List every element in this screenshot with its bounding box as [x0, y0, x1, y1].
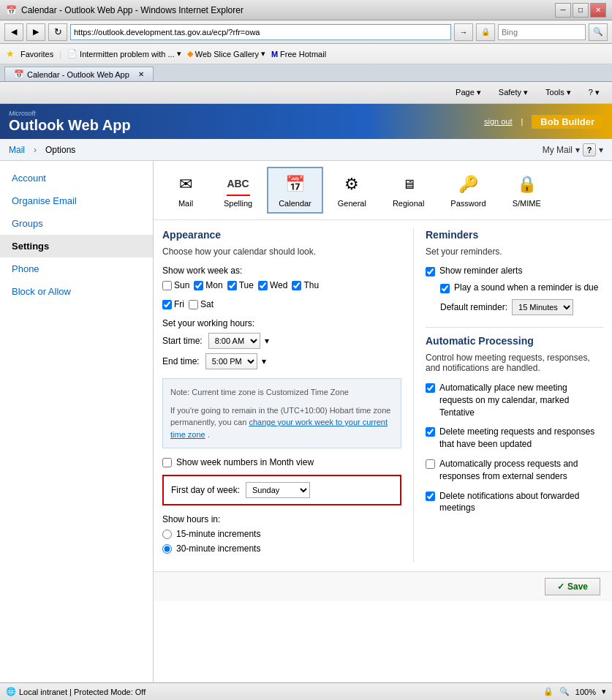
- fav-icon-1: 📄: [67, 49, 78, 59]
- help-button[interactable]: ? ▾: [582, 86, 606, 99]
- play-sound-row[interactable]: Play a sound when a reminder is due: [440, 282, 603, 293]
- auto-proc-item-2[interactable]: Automatically process requests and respo…: [426, 458, 603, 483]
- icon-btn-password[interactable]: 🔑 Password: [439, 167, 497, 214]
- play-sound-checkbox[interactable]: [440, 284, 450, 293]
- icon-btn-regional[interactable]: 🖥 Regional: [381, 167, 436, 214]
- icon-btn-mail[interactable]: ✉ Mail: [162, 167, 209, 214]
- safety-button[interactable]: Safety ▾: [492, 86, 534, 99]
- breadcrumb-mail[interactable]: Mail: [9, 145, 25, 155]
- day-sun-checkbox[interactable]: [162, 281, 172, 290]
- first-day-label: First day of week:: [171, 485, 240, 495]
- end-time-select[interactable]: 5:00 PM: [205, 353, 257, 369]
- favorites-item-hotmail[interactable]: M Free Hotmail: [271, 50, 326, 59]
- close-button[interactable]: ✕: [590, 3, 606, 18]
- start-time-select[interactable]: 8:00 AM: [208, 333, 260, 349]
- default-reminder-select[interactable]: 15 Minutes 5 Minutes 10 Minutes 30 Minut…: [512, 299, 573, 315]
- forward-button[interactable]: ▶: [26, 23, 45, 41]
- help-button[interactable]: ?: [583, 143, 596, 157]
- user-name: Bob Builder: [532, 115, 603, 129]
- cert-button[interactable]: 🔒: [476, 23, 495, 41]
- minimize-button[interactable]: ─: [555, 3, 571, 18]
- mail-icon: ✉: [174, 173, 197, 196]
- auto-proc-item-1[interactable]: Delete meeting requests and responses th…: [426, 426, 603, 451]
- day-tue-checkbox[interactable]: [227, 281, 237, 290]
- zoom-level: 100%: [575, 688, 596, 696]
- show-hours-section: Show hours in: 15-minute increments 30-m…: [162, 514, 401, 554]
- regional-icon: 🖥: [397, 173, 420, 196]
- favorites-label[interactable]: Favorites: [20, 50, 53, 59]
- icon-toolbar: ✉ Mail ABC Spelling 📅 Calendar ⚙ General…: [154, 161, 612, 220]
- sign-out-button[interactable]: sign out: [484, 117, 513, 126]
- auto-proc-checkbox-2[interactable]: [426, 459, 435, 469]
- status-bar: 🌐 Local intranet | Protected Mode: Off 🔒…: [0, 682, 612, 700]
- working-hours-label: Set your working hours:: [162, 318, 401, 328]
- search-input[interactable]: [498, 24, 586, 40]
- sidebar-item-account[interactable]: Account: [0, 167, 153, 189]
- radio-15min[interactable]: 15-minute increments: [162, 529, 401, 539]
- day-tue-check[interactable]: Tue: [227, 280, 254, 290]
- first-day-select[interactable]: Sunday Monday Tuesday Wednesday Thursday…: [246, 482, 310, 498]
- refresh-button[interactable]: ↻: [48, 23, 67, 41]
- day-sat-check[interactable]: Sat: [189, 299, 214, 309]
- day-sun-check[interactable]: Sun: [162, 280, 189, 290]
- content-area: ✉ Mail ABC Spelling 📅 Calendar ⚙ General…: [154, 161, 612, 682]
- day-wed-check[interactable]: Wed: [258, 280, 287, 290]
- browser-tab[interactable]: 📅 Calendar - Outlook Web App ✕: [4, 67, 154, 81]
- icon-btn-general[interactable]: ⚙ General: [326, 167, 378, 214]
- day-thu-checkbox[interactable]: [292, 281, 301, 290]
- go-button[interactable]: →: [454, 23, 473, 41]
- auto-proc-checkbox-0[interactable]: [426, 383, 435, 393]
- back-button[interactable]: ◀: [4, 23, 23, 41]
- day-mon-checkbox[interactable]: [194, 281, 203, 290]
- favorites-item-webslice[interactable]: ◆ Web Slice Gallery ▾: [187, 49, 265, 59]
- icon-btn-smime[interactable]: 🔒 S/MIME: [501, 167, 553, 214]
- day-fri-checkbox[interactable]: [162, 300, 172, 309]
- show-week-numbers-row[interactable]: Show week numbers in Month view: [162, 457, 401, 467]
- icon-btn-spelling[interactable]: ABC Spelling: [212, 167, 264, 214]
- radio-30min-input[interactable]: [162, 544, 172, 554]
- status-right: 🔒 🔍 100% ▾: [543, 687, 606, 696]
- default-reminder-row: Default reminder: 15 Minutes 5 Minutes 1…: [440, 299, 603, 315]
- save-button[interactable]: ✓ Save: [545, 578, 600, 595]
- default-reminder-label: Default reminder:: [440, 302, 507, 312]
- sidebar-item-phone[interactable]: Phone: [0, 257, 153, 280]
- auto-proc-item-0[interactable]: Automatically place new meeting requests…: [426, 382, 603, 418]
- sidebar-item-organise-email[interactable]: Organise Email: [0, 189, 153, 212]
- two-col-layout: Appearance Choose how your calendar shou…: [154, 220, 612, 571]
- show-reminder-alerts-row[interactable]: Show reminder alerts: [426, 266, 603, 276]
- tools-button[interactable]: Tools ▾: [539, 86, 578, 99]
- my-mail-label[interactable]: My Mail: [543, 145, 573, 155]
- show-reminder-alerts-checkbox[interactable]: [426, 267, 435, 276]
- page-button[interactable]: Page ▾: [449, 86, 488, 99]
- owa-app: Microsoft Outlook Web App sign out | Bob…: [0, 104, 612, 682]
- reminders-section: Reminders Set your reminders. Show remin…: [426, 229, 603, 315]
- title-bar-icon: 📅: [6, 5, 17, 15]
- auto-proc-checkbox-3[interactable]: [426, 492, 435, 501]
- start-time-row: Start time: 8:00 AM ▾: [162, 333, 401, 349]
- favorites-item-intermitten[interactable]: 📄 Intermitten problem with ... ▾: [67, 49, 181, 59]
- favorites-star-icon: ★: [6, 48, 15, 59]
- icon-btn-calendar[interactable]: 📅 Calendar: [267, 167, 323, 214]
- day-thu-check[interactable]: Thu: [292, 280, 319, 290]
- sidebar-item-groups[interactable]: Groups: [0, 212, 153, 235]
- radio-30min[interactable]: 30-minute increments: [162, 543, 401, 554]
- sidebar-item-settings[interactable]: Settings: [0, 235, 153, 257]
- auto-proc-checkbox-1[interactable]: [426, 427, 435, 437]
- day-mon-check[interactable]: Mon: [194, 280, 222, 290]
- day-sat-checkbox[interactable]: [189, 300, 198, 309]
- address-input[interactable]: [70, 24, 451, 40]
- owa-header-right: sign out | Bob Builder: [484, 115, 603, 129]
- tab-close-icon[interactable]: ✕: [138, 70, 144, 78]
- start-time-label: Start time:: [162, 336, 203, 346]
- show-week-numbers-checkbox[interactable]: [162, 458, 172, 467]
- zoom-arrow-icon: ▾: [602, 687, 606, 696]
- sidebar-item-block-or-allow[interactable]: Block or Allow: [0, 280, 153, 303]
- search-button[interactable]: 🔍: [589, 23, 608, 41]
- day-wed-checkbox[interactable]: [258, 281, 268, 290]
- radio-15min-input[interactable]: [162, 530, 172, 539]
- day-fri-check[interactable]: Fri: [162, 299, 184, 309]
- maximize-button[interactable]: □: [573, 3, 589, 18]
- auto-proc-item-3[interactable]: Delete notifications about forwarded mee…: [426, 490, 603, 515]
- title-bar: 📅 Calendar - Outlook Web App - Windows I…: [0, 0, 612, 20]
- work-week-section: Show work week as: Sun Mon: [162, 266, 401, 309]
